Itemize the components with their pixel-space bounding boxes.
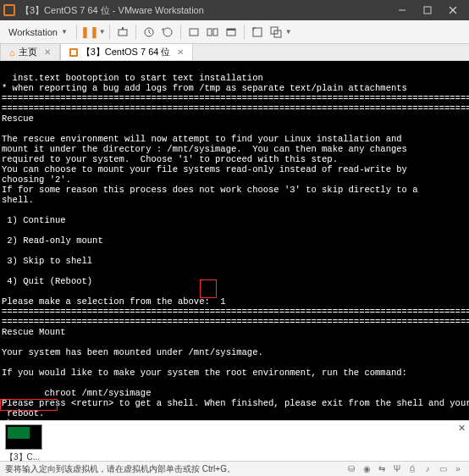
- snapshot-manager-button[interactable]: [158, 23, 177, 42]
- close-icon[interactable]: ✕: [177, 47, 184, 57]
- maximize-button[interactable]: [415, 0, 440, 20]
- svg-rect-4: [119, 30, 127, 36]
- statusbar: 要将输入定向到该虚拟机，请在虚拟机内部单击或按 Ctrl+G。 ⛁ ◉ ⇆ Ψ …: [0, 461, 469, 476]
- display-icon[interactable]: ▭: [437, 464, 449, 473]
- view-button[interactable]: [185, 23, 203, 42]
- minimize-button[interactable]: [389, 0, 415, 20]
- thumbnail-bar: 【3】C... ✕: [0, 420, 469, 461]
- unity-button[interactable]: [222, 23, 240, 42]
- usb-icon[interactable]: Ψ: [391, 464, 403, 473]
- svg-rect-14: [253, 28, 262, 36]
- separator: [109, 25, 110, 40]
- thumbnail-view-button[interactable]: [203, 23, 222, 42]
- thumbnail-caption: 【3】C...: [5, 451, 42, 463]
- close-thumbnail-bar[interactable]: ✕: [458, 423, 466, 434]
- titlebar: 【3】CentOS 7 64 位 - VMware Workstation: [0, 0, 469, 20]
- vm-icon: [69, 48, 78, 57]
- workstation-label: Workstation: [8, 27, 58, 37]
- chevron-down-icon[interactable]: ▼: [99, 28, 106, 36]
- thumbnail-preview: [5, 424, 42, 450]
- printer-icon[interactable]: ⎙: [406, 464, 418, 473]
- screenshot-button[interactable]: [267, 23, 285, 42]
- tab-home[interactable]: ⌂ 主页 ✕: [0, 43, 60, 60]
- separator: [135, 25, 136, 40]
- close-icon[interactable]: ✕: [44, 47, 51, 57]
- network-icon[interactable]: ⇆: [376, 464, 388, 473]
- close-button[interactable]: [440, 0, 466, 20]
- highlight-prompt: [0, 399, 58, 411]
- home-icon: ⌂: [9, 47, 15, 58]
- tabs: ⌂ 主页 ✕ 【3】CentOS 7 64 位 ✕: [0, 44, 469, 61]
- pause-button[interactable]: ❚❚: [80, 23, 99, 42]
- svg-rect-9: [190, 29, 198, 36]
- toolbar: Workstation ▼ ❚❚ ▼ ▼: [0, 20, 469, 44]
- svg-rect-13: [227, 29, 235, 30]
- chevron-down-icon[interactable]: ▼: [285, 28, 292, 36]
- disk-icon[interactable]: ⛁: [345, 464, 357, 473]
- svg-rect-10: [207, 29, 212, 36]
- workstation-menu[interactable]: Workstation ▼: [3, 25, 73, 39]
- snapshot-button[interactable]: [140, 23, 158, 42]
- svg-line-7: [149, 32, 151, 34]
- app-icon: [3, 4, 15, 16]
- separator: [244, 25, 245, 40]
- tab-label: 主页: [19, 46, 37, 58]
- svg-point-8: [163, 28, 172, 36]
- vm-thumbnail[interactable]: 【3】C...: [5, 424, 42, 463]
- svg-rect-11: [213, 29, 218, 36]
- sound-icon[interactable]: ♪: [422, 464, 433, 473]
- separator: [76, 25, 77, 40]
- terminal[interactable]: inst.text bootoption to start text insta…: [0, 61, 469, 420]
- tab-label: 【3】CentOS 7 64 位: [81, 46, 171, 58]
- fullscreen-button[interactable]: [248, 23, 267, 42]
- cd-icon[interactable]: ◉: [361, 464, 372, 473]
- window-title: 【3】CentOS 7 64 位 - VMware Workstation: [20, 4, 389, 17]
- statusbar-device-icons: ⛁ ◉ ⇆ Ψ ⎙ ♪ ▭ »: [345, 464, 464, 473]
- send-button[interactable]: [113, 23, 132, 42]
- statusbar-hint: 要将输入定向到该虚拟机，请在虚拟机内部单击或按 Ctrl+G。: [5, 463, 345, 475]
- tab-vm[interactable]: 【3】CentOS 7 64 位 ✕: [60, 43, 194, 60]
- chevron-down-icon: ▼: [61, 28, 68, 36]
- chevron-icon[interactable]: »: [452, 464, 464, 473]
- highlight-selection: [200, 280, 217, 298]
- separator: [180, 25, 181, 40]
- svg-rect-1: [424, 7, 431, 14]
- terminal-output: inst.text bootoption to start text insta…: [2, 73, 467, 420]
